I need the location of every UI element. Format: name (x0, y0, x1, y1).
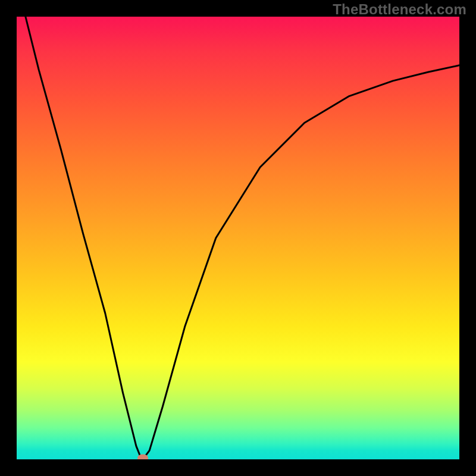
curve-svg (17, 17, 459, 459)
bottleneck-curve (26, 17, 459, 459)
chart-frame: TheBottleneck.com (0, 0, 476, 476)
watermark-text: TheBottleneck.com (333, 1, 466, 18)
minimum-marker (137, 455, 148, 460)
plot-area (17, 17, 459, 459)
